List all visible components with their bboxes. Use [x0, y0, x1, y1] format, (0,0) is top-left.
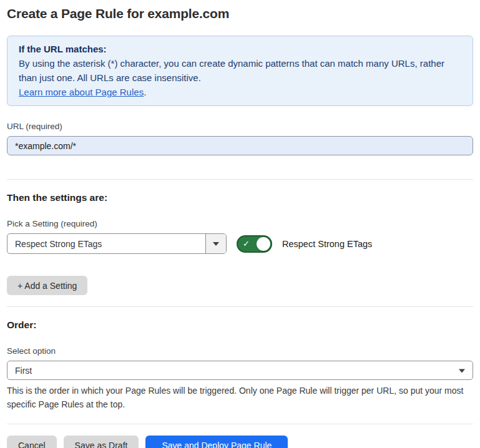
page-rule-form: Create a Page Rule for example.com If th… [0, 0, 480, 448]
check-icon: ✓ [243, 240, 250, 248]
section-divider [7, 306, 473, 307]
setting-select[interactable]: Respect Strong ETags [7, 233, 227, 254]
page-title: Create a Page Rule for example.com [7, 6, 473, 21]
etags-toggle[interactable]: ✓ [237, 235, 272, 253]
url-match-info-box: If the URL matches: By using the asteris… [7, 36, 473, 106]
add-setting-button[interactable]: + Add a Setting [7, 276, 87, 295]
info-box-body: By using the asterisk (*) character, you… [19, 56, 461, 85]
toggle-label: Respect Strong ETags [282, 239, 372, 249]
section-divider [7, 424, 473, 424]
cancel-button[interactable]: Cancel [7, 436, 57, 448]
url-field-label: URL (required) [7, 122, 473, 131]
order-select-value: First [15, 366, 32, 376]
chevron-down-icon [459, 369, 465, 373]
chevron-down-icon [213, 242, 219, 246]
order-select-label: Select option [7, 346, 473, 356]
settings-section-heading: Then the settings are: [7, 192, 473, 203]
save-draft-button[interactable]: Save as Draft [64, 436, 139, 448]
setting-select-value: Respect Strong ETags [7, 234, 205, 253]
order-select[interactable]: First [7, 361, 473, 380]
info-box-link-line: Learn more about Page Rules. [19, 85, 461, 99]
order-section-heading: Order: [7, 319, 473, 331]
setting-row: Respect Strong ETags ✓ Respect Strong ET… [7, 233, 473, 254]
section-divider [7, 179, 473, 180]
save-deploy-button[interactable]: Save and Deploy Page Rule [145, 436, 288, 448]
order-help-text: This is the order in which your Page Rul… [7, 384, 469, 411]
info-box-heading: If the URL matches: [19, 42, 461, 56]
pick-setting-label: Pick a Setting (required) [7, 219, 473, 228]
setting-select-arrow-button[interactable] [205, 234, 226, 253]
link-period: . [144, 87, 146, 97]
form-actions: Cancel Save as Draft Save and Deploy Pag… [7, 436, 473, 448]
url-input[interactable] [7, 136, 473, 155]
learn-more-link[interactable]: Learn more about Page Rules [19, 87, 144, 97]
toggle-knob [257, 237, 270, 251]
